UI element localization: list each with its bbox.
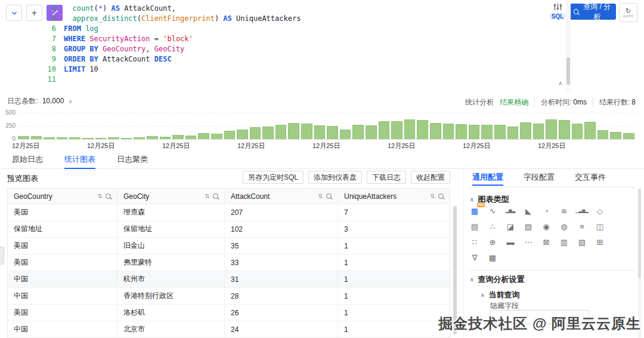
histogram-bar[interactable] [584, 122, 596, 139]
tab-统计图表[interactable]: 统计图表 [64, 151, 95, 169]
sql-mode-control[interactable]: SQL [547, 4, 568, 20]
code-line[interactable]: 7WHERE SecurityAction = 'block' [41, 34, 301, 44]
histogram-bar[interactable] [262, 127, 274, 139]
action-button[interactable]: 另存为定时SQL [243, 171, 304, 184]
editor-collapse-button[interactable] [6, 5, 22, 21]
histogram-bar[interactable] [494, 125, 506, 139]
code-line[interactable]: 9ORDER BY AttackCount DESC [41, 54, 301, 64]
code-line[interactable]: 5 approx_distinct(ClientFingerprint) AS … [41, 14, 301, 24]
histogram-bar[interactable] [121, 138, 132, 139]
code-line[interactable]: 6FROM log [41, 24, 301, 34]
histogram-bar[interactable] [481, 125, 493, 139]
histogram-bar[interactable] [327, 126, 338, 139]
table-icon[interactable]: ▦PRO [469, 205, 480, 216]
aliyun-map-icon[interactable]: ◉ [541, 221, 552, 232]
editor-scrollbar-thumb[interactable] [566, 57, 570, 85]
table-row[interactable]: 美国弗里蒙特331 [8, 254, 450, 271]
cross-table-icon[interactable]: ▤ [469, 221, 480, 232]
histogram-bar[interactable] [211, 134, 222, 139]
histogram-bar[interactable] [82, 138, 94, 139]
histogram-bar[interactable] [366, 125, 377, 139]
column-search-icon[interactable] [213, 193, 218, 199]
histogram-bar[interactable] [443, 124, 454, 139]
histogram-bar[interactable] [44, 137, 55, 139]
column-chart-icon[interactable]: ▂▆▃ [505, 205, 516, 216]
table-header-cell[interactable]: AttackCount⇅ [225, 189, 338, 204]
sql-code-editor[interactable]: 4 count(*) AS AttackCount,5 approx_disti… [41, 4, 301, 85]
query-analyze-button[interactable]: 查询 / 分析 [570, 4, 616, 20]
code-line[interactable]: 8GROUP BY GeoCountry, GeoCity [41, 44, 301, 54]
histogram-icon[interactable]: ▁▃▆▂ [577, 205, 587, 216]
chart-type-section-header[interactable]: ∧ 图表类型 [470, 194, 509, 205]
histogram-bar[interactable] [610, 132, 621, 139]
table-header-cell[interactable]: UniqueAttackers⇅ [338, 189, 450, 204]
sankey-chart-icon[interactable]: ⊠ [541, 236, 552, 247]
action-button[interactable]: 下载日志 [367, 171, 406, 184]
histogram-bar[interactable] [57, 137, 68, 139]
funnel-chart-icon[interactable]: ∇ [469, 252, 480, 263]
histogram-bar[interactable] [172, 135, 184, 139]
table-row[interactable]: 美国旧金山351 [8, 237, 450, 254]
progress-bar-icon[interactable]: ▬ [505, 236, 516, 247]
gantt-chart-icon[interactable]: ⊞ [595, 236, 605, 247]
histogram-bar[interactable] [108, 137, 119, 139]
radar-chart-icon[interactable]: ◇ [595, 205, 605, 216]
word-cloud-icon[interactable]: ⋯ [523, 236, 534, 247]
action-button[interactable]: 收起配置 [411, 171, 450, 184]
histogram-bar[interactable] [430, 123, 441, 139]
histogram-bar[interactable] [198, 133, 209, 139]
histogram-bar[interactable] [147, 136, 158, 139]
histogram-bar[interactable] [623, 133, 634, 139]
histogram-bar[interactable] [314, 125, 326, 139]
histogram-bar[interactable] [597, 130, 609, 139]
table-header-cell[interactable]: GeoCountry⇅ [8, 189, 117, 204]
histogram-bar[interactable] [456, 124, 467, 139]
area-chart-icon[interactable]: ◣ [523, 205, 534, 216]
code-line[interactable]: 11 [41, 75, 301, 85]
histogram-bar[interactable] [352, 125, 364, 139]
histogram-bar[interactable] [340, 130, 351, 139]
histogram-bar[interactable] [275, 125, 287, 139]
sort-icon[interactable]: ⇅ [205, 193, 210, 199]
histogram-bar[interactable] [160, 137, 171, 139]
histogram-bar[interactable] [250, 127, 261, 139]
histogram-bar[interactable] [301, 124, 312, 139]
config-tab-字段配置[interactable]: 字段配置 [524, 170, 555, 186]
amap-icon[interactable]: ◍ [559, 221, 569, 232]
single-value-icon[interactable]: ∷ [469, 236, 480, 247]
column-search-icon[interactable] [438, 193, 444, 199]
histogram-bar[interactable] [237, 130, 248, 139]
histogram-bar[interactable] [469, 125, 480, 139]
histogram-bar[interactable] [69, 137, 80, 139]
add-query-button[interactable]: + [26, 5, 42, 21]
sort-icon[interactable]: ⇅ [431, 193, 435, 199]
histogram-bar[interactable] [559, 120, 570, 139]
histogram-bar[interactable] [507, 127, 519, 139]
histogram-bar[interactable] [288, 123, 299, 139]
left-drawer-handle[interactable] [0, 247, 4, 265]
china-map-icon[interactable]: ◪ [505, 221, 516, 232]
histogram-bar[interactable] [572, 124, 583, 139]
table-row[interactable]: 中国香港特别行政区281 [8, 287, 450, 304]
location-map-icon[interactable]: ⊕ [487, 236, 498, 247]
tab-日志聚类[interactable]: 日志聚类 [117, 151, 148, 169]
histogram-bar[interactable] [417, 120, 428, 139]
world-map-icon[interactable]: ▨ [523, 221, 534, 232]
scatter-chart-icon[interactable]: ∴ [487, 221, 498, 232]
histogram-bar[interactable] [134, 137, 145, 139]
histogram-bar[interactable] [546, 119, 557, 139]
action-button[interactable]: 添加到仪表盘 [308, 171, 362, 184]
histogram-bar[interactable] [520, 122, 531, 139]
table-row[interactable]: 美国洛杉矶261 [8, 304, 450, 321]
code-line[interactable]: 10LIMIT 10 [41, 64, 301, 75]
code-line[interactable]: 4 count(*) AS AttackCount, [41, 4, 301, 14]
treemap-icon[interactable]: ▧ [577, 236, 587, 247]
histogram-bar[interactable] [185, 136, 197, 139]
histogram-bar[interactable] [224, 131, 236, 139]
histogram-bar[interactable] [391, 121, 402, 139]
config-panel-scrollbar-thumb[interactable] [638, 189, 641, 278]
histogram-bar[interactable] [95, 138, 107, 139]
pie-chart-icon[interactable]: ◔ [541, 205, 552, 216]
histogram-bar[interactable] [18, 136, 29, 139]
histogram-bar[interactable] [379, 121, 390, 139]
